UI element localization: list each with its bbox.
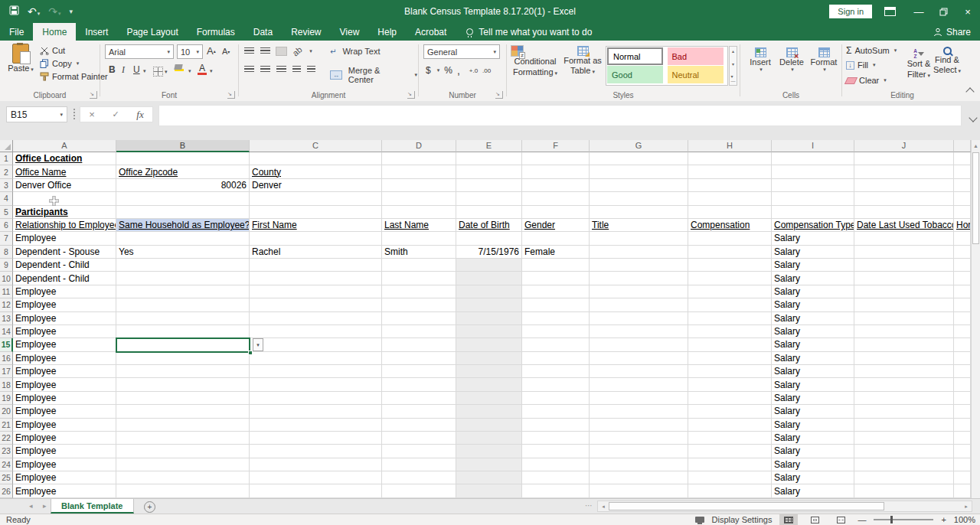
cell-K14[interactable] [954,325,971,338]
cell-C23[interactable] [250,445,382,458]
cell-I12[interactable]: Salary [772,298,854,311]
cell-K6[interactable]: Hor [954,219,971,232]
column-header-B[interactable]: B [116,140,250,152]
cell-I17[interactable]: Salary [772,365,854,378]
cell-K25[interactable] [954,471,971,484]
cell-K2[interactable] [954,165,971,178]
cell-K17[interactable] [954,365,971,378]
align-right-icon[interactable] [276,66,286,73]
cell-I4[interactable] [772,192,854,205]
close-button[interactable]: × [956,0,980,23]
cell-H7[interactable] [688,232,772,245]
cell-G21[interactable] [590,419,688,432]
cell-B25[interactable] [116,471,250,484]
cell-D22[interactable] [382,432,456,445]
cell-E22[interactable] [456,432,522,445]
tab-file[interactable]: File [0,23,33,41]
cell-K23[interactable] [954,445,971,458]
italic-button[interactable]: I [122,64,125,76]
cell-C21[interactable] [250,419,382,432]
cell-G7[interactable] [590,232,688,245]
cell-K20[interactable] [954,405,971,418]
cell-A23[interactable]: Employee [13,445,116,458]
formula-bar-expand-icon[interactable] [970,110,976,124]
cell-B2[interactable]: Office Zipcode [116,165,250,178]
cell-K7[interactable] [954,232,971,245]
cell-F11[interactable] [522,285,590,298]
formula-input[interactable] [158,105,962,126]
cell-F20[interactable] [522,405,590,418]
cell-A11[interactable]: Employee [13,285,116,298]
style-bad[interactable]: Bad [668,47,724,65]
row-header-9[interactable]: 9 [0,259,13,272]
style-neutral[interactable]: Neutral [668,66,724,83]
scroll-up-icon[interactable]: ▲ [972,140,980,151]
tab-home[interactable]: Home [33,23,76,41]
cell-I11[interactable]: Salary [772,285,854,298]
font-color-button[interactable]: A [198,63,207,75]
cell-J20[interactable] [854,405,954,418]
cell-H22[interactable] [688,432,772,445]
cell-I24[interactable]: Salary [772,458,854,471]
horizontal-scrollbar[interactable]: ◂ ▸ [597,501,972,512]
fill-color-caret[interactable]: ▾ [188,68,191,74]
cell-E14[interactable] [456,325,522,338]
cell-J2[interactable] [854,165,954,178]
normal-view-button[interactable] [779,514,798,525]
cell-E23[interactable] [456,445,522,458]
merge-center-button[interactable]: ↔ Merge & Center▾ [330,66,417,84]
find-select-button[interactable]: Find &Select▾ [933,45,961,76]
cell-D9[interactable] [382,259,456,272]
column-header-F[interactable]: F [522,140,590,152]
cell-C4[interactable] [250,192,382,205]
row-header-15[interactable]: 15 [0,338,13,351]
cell-C11[interactable] [250,285,382,298]
cell-H23[interactable] [688,445,772,458]
cell-A3[interactable]: Denver Office [13,179,116,192]
cell-J17[interactable] [854,365,954,378]
cell-G6[interactable]: Title [590,219,688,232]
ribbon-display-options-icon[interactable] [884,7,896,16]
cell-A14[interactable]: Employee [13,325,116,338]
number-format-select[interactable]: General▾ [423,44,500,59]
cell-J16[interactable] [854,352,954,365]
cell-H21[interactable] [688,419,772,432]
insert-function-icon[interactable]: fx [136,109,143,121]
cell-A12[interactable]: Employee [13,298,116,311]
cell-I21[interactable]: Salary [772,419,854,432]
cell-K3[interactable] [954,179,971,192]
scroll-right-icon[interactable]: ▸ [962,502,971,510]
cell-C13[interactable] [250,312,382,325]
enter-icon[interactable]: ✓ [112,109,119,119]
cell-G18[interactable] [590,378,688,391]
sign-in-button[interactable]: Sign in [829,5,872,18]
column-header-partial[interactable] [954,140,971,152]
column-header-E[interactable]: E [456,140,522,152]
cell-B5[interactable] [116,206,250,219]
sheet-nav-right-icon[interactable]: ▸ [43,502,47,510]
row-header-5[interactable]: 5 [0,206,13,219]
cell-G23[interactable] [590,445,688,458]
cell-D12[interactable] [382,298,456,311]
cell-C8[interactable]: Rachel [250,246,382,259]
tab-acrobat[interactable]: Acrobat [406,23,456,41]
cell-A6[interactable]: Relationship to Employee [13,219,116,232]
cell-H3[interactable] [688,179,772,192]
tell-me-box[interactable]: Tell me what you want to do [466,23,592,41]
cell-E25[interactable] [456,471,522,484]
cell-E20[interactable] [456,405,522,418]
cell-C9[interactable] [250,259,382,272]
underline-button[interactable]: U [133,64,140,75]
cell-E24[interactable] [456,458,522,471]
increase-font-button[interactable]: A▴ [207,45,216,57]
cell-B4[interactable] [116,192,250,205]
cell-H13[interactable] [688,312,772,325]
decrease-indent-icon[interactable] [292,66,301,73]
cell-G10[interactable] [590,272,688,285]
row-header-21[interactable]: 21 [0,419,13,432]
tab-review[interactable]: Review [282,23,330,41]
cell-J23[interactable] [854,445,954,458]
cell-A20[interactable]: Employee [13,405,116,418]
column-header-C[interactable]: C [250,140,382,152]
cell-A8[interactable]: Dependent - Spouse [13,246,116,259]
